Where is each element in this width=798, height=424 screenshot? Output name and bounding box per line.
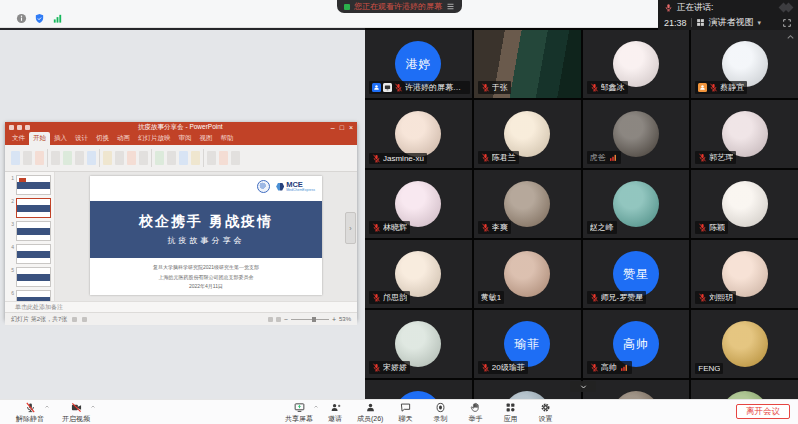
participant-name: FENG	[698, 364, 720, 373]
screen-share-badge-icon	[383, 83, 392, 92]
muted-mic-icon	[590, 293, 599, 302]
participant-tile[interactable]: 黄敏1	[474, 240, 581, 308]
participant-tile[interactable]: 虎爸	[583, 100, 690, 168]
participant-label: 陈君兰	[478, 151, 519, 164]
thumbnail-number: 4	[8, 244, 14, 250]
members-icon	[365, 402, 376, 413]
unmute-button[interactable]: 解除静音	[14, 400, 46, 424]
participant-tile[interactable]: 陈颖	[691, 170, 798, 238]
unmute-label: 解除静音	[16, 414, 44, 424]
share-screen-button[interactable]: 共享屏幕	[283, 400, 315, 424]
chat-button[interactable]: 聊天	[390, 400, 420, 424]
participant-tile[interactable]: 李爽	[474, 170, 581, 238]
caret-up-icon[interactable]	[313, 404, 319, 410]
caret-up-icon[interactable]	[44, 404, 50, 410]
viewing-screen-text: 您正在观看许港婷的屏幕	[354, 1, 442, 12]
participant-label: 高帅	[587, 361, 632, 374]
participant-tile[interactable]: 邝思韵	[365, 240, 472, 308]
settings-button[interactable]: 设置	[530, 400, 560, 424]
participant-tile[interactable]: 高帅高帅	[583, 310, 690, 378]
invite-icon	[330, 402, 341, 413]
scroll-down-indicator[interactable]	[570, 381, 596, 392]
participant-tile[interactable]: 陈君兰	[474, 100, 581, 168]
participant-name: 师兄-罗赞星	[601, 292, 644, 303]
participant-tile[interactable]: 赖依依	[474, 380, 581, 400]
caret-up-icon[interactable]	[90, 404, 96, 410]
invite-button[interactable]: 邀请	[320, 400, 350, 424]
thumbnail-number: 1	[8, 175, 14, 181]
participant-name: 赵之峰	[590, 222, 614, 233]
ppt-tab-3: 插入	[50, 132, 71, 145]
leave-meeting-button[interactable]: 离开会议	[736, 404, 790, 419]
network-signal-icon[interactable]	[52, 13, 63, 24]
members-button[interactable]: 成员(26)	[355, 400, 385, 424]
avatar	[722, 321, 768, 367]
chat-label: 聊天	[398, 414, 412, 424]
participant-label: 李爽	[478, 221, 511, 234]
participant-label: 宋娇娇	[369, 361, 410, 374]
participant-label: 邹鑫冰	[587, 81, 628, 94]
banner-menu-icon[interactable]	[446, 2, 455, 11]
status-icon	[72, 317, 77, 322]
participant-tile[interactable]: FENG	[691, 310, 798, 378]
security-shield-icon[interactable]	[34, 13, 45, 24]
slide-heading: 校企携手 勇战疫情	[139, 213, 273, 231]
participant-tile[interactable]: 制药第一党小组-支部	[583, 380, 690, 400]
participant-tile[interactable]: Jasmine-xu	[365, 100, 472, 168]
participant-name: 宋娇娇	[383, 362, 407, 373]
muted-mic-icon	[481, 153, 490, 162]
mce-hex-icon	[276, 183, 284, 191]
shared-screen-view[interactable]: 抗疫故事分享会 - PowerPoint –□× 文件开始插入设计切换动画幻灯片…	[0, 28, 365, 400]
view-mode-selector[interactable]: 演讲者视图	[709, 16, 754, 29]
participant-label: 陈颖	[695, 221, 728, 234]
participant-tile[interactable]: 宗亚马宗亚	[365, 380, 472, 400]
record-button[interactable]: 录制	[425, 400, 455, 424]
thumbnail-preview	[16, 221, 51, 241]
participant-tile[interactable]: 赵之峰	[583, 170, 690, 238]
participant-tile[interactable]: 瑜菲20级瑜菲	[474, 310, 581, 378]
ppt-tab-9: 视图	[196, 132, 217, 145]
participant-label: 刘熙玥	[695, 291, 736, 304]
minimize-icon: –	[331, 124, 335, 131]
participant-label: 林晓辉	[369, 221, 410, 234]
notes-placeholder: 单击此处添加备注	[5, 301, 357, 312]
participant-tile[interactable]: 于张	[474, 30, 581, 98]
thumbnail-preview	[16, 267, 51, 287]
camera-off-icon	[71, 402, 82, 413]
ppt-tab-10: 帮助	[217, 132, 238, 145]
participant-tile[interactable]: 郭艺珲	[691, 100, 798, 168]
signal-bars-icon	[608, 153, 618, 162]
toolbar-center-group: 共享屏幕邀请成员(26)聊天录制举手应用设置	[283, 400, 560, 424]
scroll-up-indicator[interactable]	[785, 32, 796, 43]
participant-name: 许港婷的屏幕共享	[405, 82, 467, 93]
participant-tile[interactable]: 刘熙玥	[691, 240, 798, 308]
participant-tile[interactable]: 林晓辉	[365, 170, 472, 238]
slide-counter: 幻灯片 第2张，共7张	[11, 315, 67, 324]
pane-collapse-handle: ›	[345, 212, 356, 244]
participant-tile[interactable]: 蔡静宜	[691, 30, 798, 98]
thumbnail-preview	[16, 290, 51, 301]
slide-thumbnail-panel: 123456	[5, 172, 55, 301]
participant-tile[interactable]: 邹鑫冰	[583, 30, 690, 98]
apps-label: 应用	[503, 414, 517, 424]
participant-tile[interactable]: 苏欣瑶21211520025	[691, 380, 798, 400]
participant-label: 蔡静宜	[695, 81, 747, 94]
viewing-screen-banner[interactable]: 您正在观看许港婷的屏幕	[337, 0, 462, 13]
ppt-ribbon-buttons	[5, 145, 357, 172]
participant-tile[interactable]: 港婷许港婷的屏幕共享	[365, 30, 472, 98]
slide-thumbnail-1: 1	[8, 175, 54, 195]
raise-hand-button[interactable]: 举手	[460, 400, 490, 424]
user-blue-badge-icon	[372, 83, 381, 92]
participant-grid: 港婷许港婷的屏幕共享于张邹鑫冰蔡静宜Jasmine-xu陈君兰虎爸郭艺珲林晓辉李…	[365, 28, 798, 400]
current-slide: MCE MedChemExpress 校企携手 勇战疫情 抗疫故事分享会 复旦大…	[90, 176, 322, 295]
record-icon	[435, 402, 446, 413]
participant-tile[interactable]: 宋娇娇	[365, 310, 472, 378]
start-video-button[interactable]: 开启视频	[60, 400, 92, 424]
fullscreen-icon[interactable]	[782, 18, 792, 28]
view-controls-row: 21:38 演讲者视图 ▾	[658, 15, 798, 30]
info-icon[interactable]	[16, 13, 27, 24]
participant-tile[interactable]: 赞星师兄-罗赞星	[583, 240, 690, 308]
avatar	[504, 181, 550, 227]
apps-button[interactable]: 应用	[495, 400, 525, 424]
participant-label: 许港婷的屏幕共享	[369, 81, 470, 94]
